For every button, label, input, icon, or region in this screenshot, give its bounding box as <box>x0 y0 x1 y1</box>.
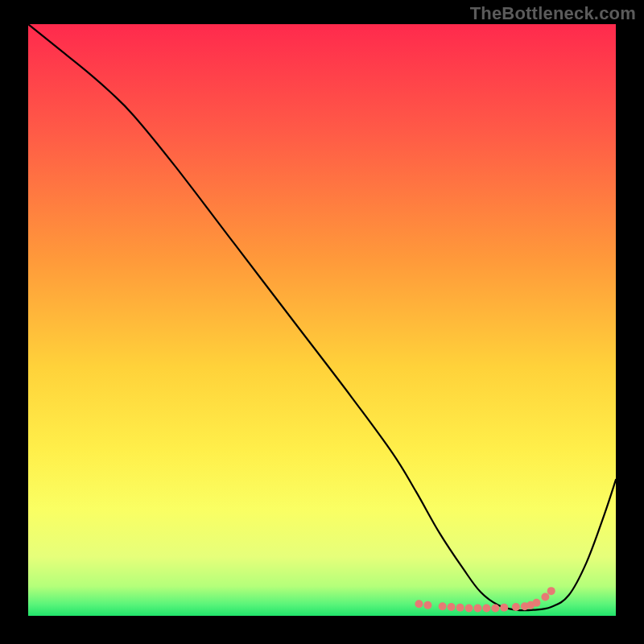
chart-marker <box>541 592 549 601</box>
chart-marker <box>448 603 456 611</box>
watermark-text: TheBottleneck.com <box>470 3 636 24</box>
chart-marker <box>473 604 481 612</box>
chart-marker <box>500 604 508 612</box>
chart-marker <box>439 602 447 610</box>
chart-marker <box>423 601 431 609</box>
chart-marker <box>547 587 555 595</box>
chart-svg <box>28 24 616 616</box>
chart-marker <box>465 604 473 612</box>
chart-marker <box>456 604 464 612</box>
chart-marker <box>532 599 540 607</box>
chart-frame: TheBottleneck.com <box>0 0 644 644</box>
chart-marker <box>482 604 490 612</box>
chart-marker <box>512 603 520 611</box>
chart-marker <box>491 604 499 612</box>
chart-background <box>28 24 616 616</box>
chart-marker <box>415 600 423 608</box>
chart-plot-area <box>28 24 616 616</box>
